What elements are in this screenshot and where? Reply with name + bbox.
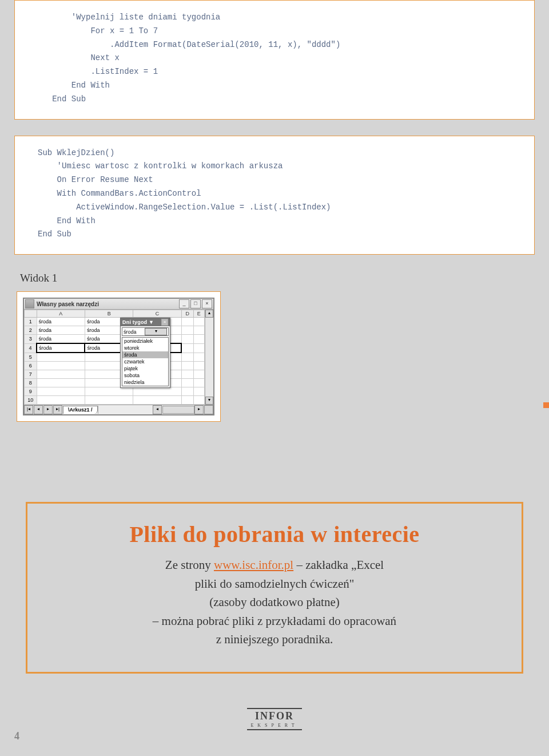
code-line: End With <box>71 81 110 90</box>
code-line: For x = 1 To 7 <box>90 26 158 35</box>
scroll-right-button[interactable]: ▸ <box>194 405 204 414</box>
row-header[interactable]: 1 <box>25 318 37 326</box>
cell[interactable]: środa <box>37 335 85 344</box>
col-header[interactable]: B <box>85 310 133 318</box>
cell[interactable] <box>181 318 193 326</box>
row-header[interactable]: 3 <box>25 335 37 344</box>
cell[interactable] <box>181 343 193 353</box>
cell[interactable] <box>181 335 193 344</box>
sheet-nav-first[interactable]: |◂ <box>24 405 33 414</box>
app-icon <box>25 299 34 308</box>
days-toolbar-popup[interactable]: Dni tygod ▼ × środa ▾ poniedziałek wtore… <box>120 318 170 388</box>
scroll-left-button[interactable]: ◂ <box>153 405 162 414</box>
row-header[interactable]: 6 <box>25 362 37 370</box>
cell[interactable] <box>193 343 204 353</box>
col-header[interactable]: C <box>133 310 181 318</box>
popup-close-button[interactable]: × <box>161 319 168 326</box>
code-line: End Sub <box>38 229 71 239</box>
excel-window: Własny pasek narzędzi _ □ × A B C <box>23 298 214 415</box>
list-item[interactable]: piątek <box>122 365 168 372</box>
row-header[interactable]: 4 <box>25 343 37 353</box>
code-line: ActiveWindow.RangeSelection.Value = .Lis… <box>76 203 331 212</box>
section-end-marker <box>14 450 535 462</box>
window-maximize-button[interactable]: □ <box>190 299 201 308</box>
row-header[interactable]: 8 <box>25 379 37 387</box>
footer: INFOR EKSPERT <box>14 708 535 730</box>
square-icon <box>543 402 549 408</box>
sheet-nav-next[interactable]: ▸ <box>43 405 53 414</box>
row-header[interactable]: 5 <box>25 353 37 362</box>
code-line: 'Wypelnij liste dniami tygodnia <box>71 13 220 22</box>
cell[interactable] <box>193 326 204 335</box>
row-header[interactable]: 2 <box>25 326 37 335</box>
scroll-down-button[interactable]: ▾ <box>205 397 213 405</box>
figure-box: Własny pasek narzędzi _ □ × A B C <box>17 291 221 422</box>
code-line: Next x <box>90 53 119 62</box>
cell[interactable] <box>181 326 193 335</box>
figure-caption: Widok 1 <box>20 272 535 284</box>
code-line: Sub WklejDzien() <box>38 148 114 157</box>
col-header[interactable]: E <box>193 310 204 318</box>
callout-body: Ze strony www.isc.infor.pl – zakładka „E… <box>50 556 499 649</box>
window-minimize-button[interactable]: _ <box>179 299 189 308</box>
code-line: On Error Resume Next <box>57 175 153 184</box>
cell[interactable] <box>193 318 204 326</box>
publisher-logo: INFOR EKSPERT <box>247 708 301 730</box>
combobox-value: środa <box>124 329 145 335</box>
day-list[interactable]: poniedziałek wtorek środa czwartek piąte… <box>122 337 169 386</box>
vertical-scrollbar[interactable]: ▴ ▾ <box>205 310 213 405</box>
code-line: 'Umiesc wartosc z kontrolki w komorkach … <box>57 161 283 171</box>
scroll-up-button[interactable]: ▴ <box>205 310 213 318</box>
sheet-nav-last[interactable]: ▸| <box>53 405 62 414</box>
cell[interactable] <box>193 335 204 344</box>
list-item[interactable]: poniedziałek <box>122 338 168 345</box>
sheet-tab[interactable]: \Arkusz1 / <box>63 406 98 414</box>
code-block-2: Sub WklejDzien() 'Umiesc wartosc z kontr… <box>14 136 535 255</box>
callout-title: Pliki do pobrania w interecie <box>50 521 499 548</box>
list-item[interactable]: niedziela <box>122 379 168 386</box>
list-item[interactable]: wtorek <box>122 345 168 351</box>
list-item[interactable]: sobota <box>122 372 168 379</box>
col-header[interactable]: A <box>37 310 85 318</box>
code-line: With CommandBars.ActionControl <box>57 189 201 198</box>
code-line: End With <box>57 216 96 225</box>
chevron-down-icon[interactable]: ▾ <box>145 328 167 335</box>
list-item[interactable]: środa <box>122 351 168 358</box>
col-header[interactable]: D <box>181 310 193 318</box>
resize-grip-icon[interactable] <box>204 405 213 414</box>
window-titlebar: Własny pasek narzędzi _ □ × <box>24 299 213 310</box>
code-line: .ListIndex = 1 <box>90 67 158 76</box>
list-item[interactable]: czwartek <box>122 358 168 365</box>
day-combobox[interactable]: środa ▾ <box>122 327 169 336</box>
code-line: .AddItem Format(DateSerial(2010, 11, x),… <box>110 40 340 49</box>
row-header[interactable]: 7 <box>25 370 37 379</box>
row-header[interactable]: 9 <box>25 387 37 396</box>
window-close-button[interactable]: × <box>202 299 212 308</box>
code-block-1: 'Wypelnij liste dniami tygodnia For x = … <box>14 0 535 120</box>
page-number: 4 <box>14 730 535 742</box>
popup-title: Dni tygod ▼ <box>122 319 154 325</box>
window-title: Własny pasek narzędzi <box>37 301 179 307</box>
spreadsheet-grid[interactable]: A B C D E 1 środa środa środa <box>24 310 205 405</box>
horizontal-scrollbar[interactable]: ◂ ▸ <box>153 405 204 414</box>
download-callout: Pliki do pobrania w interecie Ze strony … <box>26 502 523 674</box>
callout-link[interactable]: www.isc.infor.pl <box>214 558 293 572</box>
cell[interactable]: środa <box>37 326 85 335</box>
cell[interactable]: środa <box>37 343 85 353</box>
sheet-nav-prev[interactable]: ◂ <box>34 405 43 414</box>
code-line: End Sub <box>52 94 86 104</box>
cell[interactable]: środa <box>37 318 85 326</box>
row-header[interactable]: 10 <box>25 396 37 405</box>
statusbar: |◂ ◂ ▸ ▸| \Arkusz1 / ◂ ▸ <box>24 405 213 414</box>
